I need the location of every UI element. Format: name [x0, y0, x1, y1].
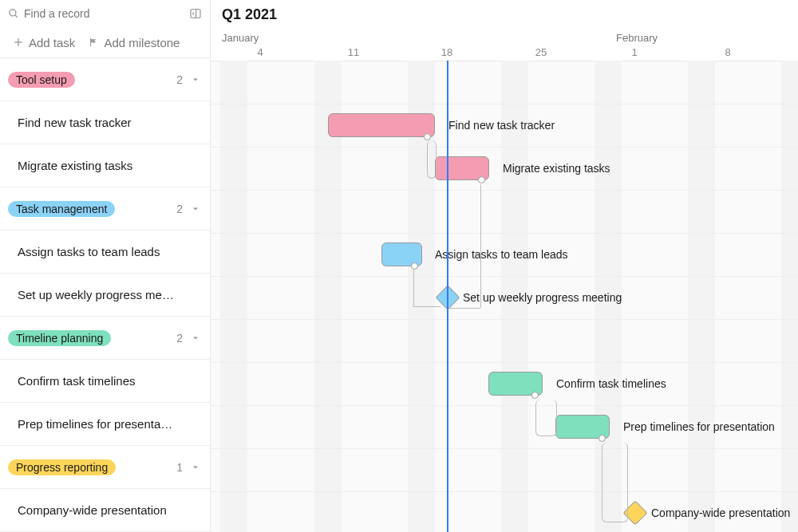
grid-row-line: [211, 147, 798, 148]
task-name: Set up weekly progress me…: [18, 288, 174, 301]
task-row[interactable]: Find new task tracker: [0, 101, 210, 144]
date-label: 25: [535, 46, 547, 58]
dependency-connector: [427, 140, 437, 179]
bar-handle[interactable]: [478, 176, 485, 183]
bar-handle[interactable]: [411, 262, 418, 270]
timeline-bar[interactable]: [555, 415, 610, 439]
svg-line-1: [15, 15, 18, 18]
dependency-connector: [413, 306, 440, 307]
group-pill: Progress reporting: [8, 459, 116, 475]
bar-label: Assign tasks to team leads: [435, 248, 568, 261]
grid-row-line: [211, 233, 798, 234]
today-line: [447, 61, 448, 532]
task-row[interactable]: Company-wide presentation: [0, 489, 210, 532]
task-row[interactable]: Set up weekly progress me…: [0, 274, 210, 317]
weekend-band: [781, 61, 798, 532]
svg-point-0: [10, 10, 16, 16]
group-row[interactable]: Task management 2: [0, 187, 210, 231]
task-row[interactable]: Confirm task timelines: [0, 360, 210, 403]
dependency-connector: [413, 270, 414, 306]
search-icon: [8, 8, 19, 19]
grid-row-line: [211, 190, 798, 191]
bar-handle[interactable]: [531, 392, 539, 399]
timeline-bar[interactable]: [435, 156, 489, 180]
month-label: February: [616, 32, 658, 44]
task-name: Assign tasks to team leads: [18, 245, 160, 258]
add-task-button[interactable]: Add task: [8, 33, 80, 53]
task-row[interactable]: Assign tasks to team leads: [0, 231, 210, 274]
group-pill: Timeline planning: [8, 330, 111, 346]
bar-label: Migrate existing tasks: [503, 162, 610, 175]
weekend-band: [220, 61, 247, 532]
task-row[interactable]: Migrate existing tasks: [0, 144, 210, 187]
task-name: Migrate existing tasks: [18, 159, 132, 172]
grid-row-line: [211, 319, 798, 320]
chevron-down-icon[interactable]: [191, 463, 200, 472]
date-label: 1: [631, 46, 637, 58]
grid-row-line: [211, 276, 798, 277]
task-name: Find new task tracker: [18, 116, 132, 129]
chevron-down-icon[interactable]: [191, 204, 200, 214]
group-count: 2: [176, 332, 183, 345]
dependency-connector: [480, 184, 481, 308]
grid-row-line: [211, 491, 798, 492]
group-row[interactable]: Progress reporting 1: [0, 446, 210, 489]
dependency-connector: [448, 308, 480, 309]
date-label: 4: [257, 46, 263, 58]
group-row[interactable]: Tool setup 2: [0, 58, 210, 101]
chevron-down-icon[interactable]: [191, 75, 200, 85]
timeline-bar[interactable]: [328, 113, 435, 137]
task-row[interactable]: Prep timelines for presenta…: [0, 403, 210, 446]
bar-label: Set up weekly progress meeting: [463, 291, 622, 304]
dependency-connector: [535, 400, 557, 436]
group-count: 2: [176, 73, 183, 86]
bar-label: Prep timelines for presentation: [623, 420, 775, 433]
task-name: Prep timelines for presenta…: [18, 417, 172, 431]
group-pill: Task management: [8, 201, 115, 217]
date-label: 8: [725, 46, 730, 58]
plus-icon: [13, 37, 24, 48]
timeline-bar[interactable]: [381, 242, 422, 266]
date-label: 11: [348, 46, 359, 58]
add-milestone-button[interactable]: Add milestone: [83, 33, 184, 53]
group-row[interactable]: Timeline planning 2: [0, 317, 210, 360]
bar-label: Company-wide presentation: [651, 506, 790, 519]
weekend-band: [688, 61, 715, 532]
bar-handle[interactable]: [424, 133, 431, 140]
sidebar: Add task Add milestone Tool setup 2 Find…: [0, 0, 211, 532]
timeline-bar[interactable]: [488, 372, 543, 396]
group-pill: Tool setup: [8, 72, 75, 88]
search-input[interactable]: [24, 7, 189, 20]
chevron-down-icon[interactable]: [191, 333, 200, 343]
grid-row-line: [211, 448, 798, 449]
bar-label: Find new task tracker: [448, 119, 555, 132]
task-name: Confirm task timelines: [18, 374, 136, 388]
bar-label: Confirm task timelines: [556, 377, 666, 390]
flag-icon: [88, 37, 99, 48]
date-label: 18: [441, 46, 452, 58]
timeline-title: Q1 2021: [222, 6, 277, 23]
group-count: 2: [176, 203, 183, 215]
collapse-sidebar-icon[interactable]: [189, 7, 202, 20]
bar-handle[interactable]: [598, 435, 606, 442]
grid-row-line: [211, 104, 798, 104]
timeline: Q1 2021 JanuaryFebruary 411182518 Find n…: [211, 0, 798, 532]
task-name: Company-wide presentation: [18, 503, 167, 517]
grid-row-line: [211, 362, 798, 363]
month-label: January: [222, 32, 259, 44]
group-count: 1: [176, 461, 183, 474]
grid-row-line: [211, 405, 798, 406]
dependency-connector: [602, 443, 628, 522]
